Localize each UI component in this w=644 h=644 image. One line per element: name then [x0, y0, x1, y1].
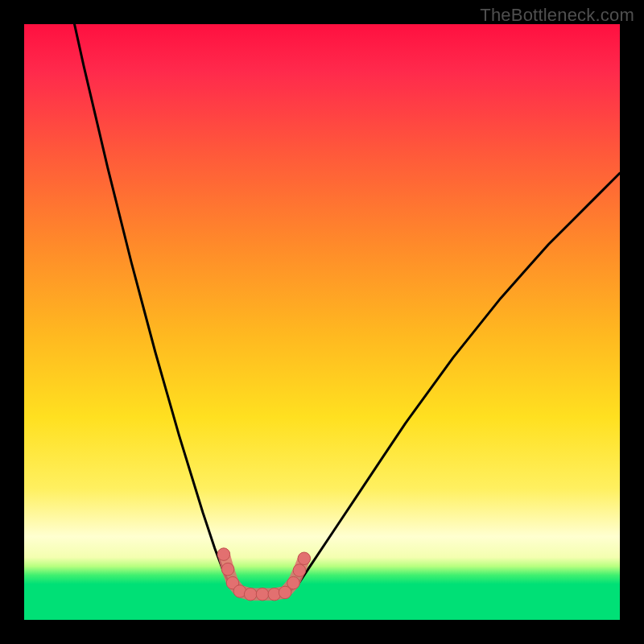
marker-dot: [244, 588, 257, 601]
bottleneck-curve: [72, 12, 620, 595]
plot-area: [24, 24, 620, 620]
chart-frame: TheBottleneck.com: [0, 0, 644, 644]
marker-dot: [287, 576, 300, 589]
marker-dot: [256, 588, 269, 601]
marker-dot: [217, 548, 230, 561]
curve-layer: [24, 24, 620, 620]
marker-dot: [293, 564, 306, 577]
marker-dot: [221, 563, 234, 576]
attribution-text: TheBottleneck.com: [480, 5, 634, 26]
marker-dot: [298, 552, 311, 565]
